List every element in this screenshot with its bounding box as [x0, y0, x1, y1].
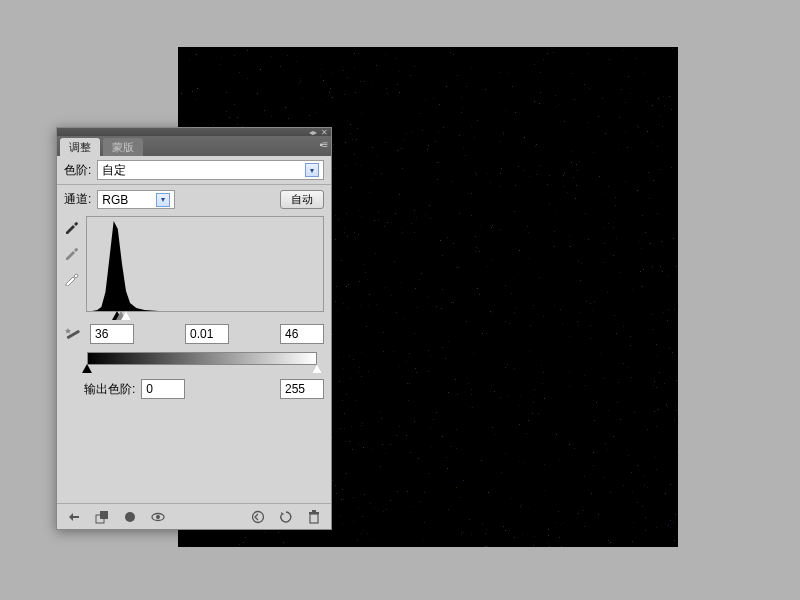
noise-pixel: [664, 383, 665, 384]
noise-pixel: [548, 535, 549, 536]
noise-pixel: [554, 246, 555, 247]
panel-titlebar[interactable]: ◂▸ ✕: [57, 128, 331, 136]
chevron-down-icon[interactable]: ▾: [156, 193, 170, 207]
noise-pixel: [384, 226, 385, 227]
output-slider-track[interactable]: [87, 365, 317, 375]
preset-dropdown[interactable]: 自定 ▾: [97, 160, 324, 180]
noise-pixel: [491, 313, 492, 314]
noise-pixel: [501, 168, 502, 169]
noise-pixel: [670, 484, 671, 485]
noise-pixel: [446, 86, 447, 87]
eye-icon[interactable]: [149, 508, 167, 526]
input-slider-track[interactable]: [87, 312, 301, 322]
noise-pixel: [404, 139, 405, 140]
noise-pixel: [511, 293, 512, 294]
input-white-field[interactable]: [280, 324, 324, 344]
noise-pixel: [579, 161, 580, 162]
output-black-slider[interactable]: [82, 364, 92, 373]
noise-pixel: [514, 211, 515, 212]
eyedropper-gray-icon[interactable]: [64, 244, 80, 260]
noise-pixel: [593, 465, 594, 466]
noise-pixel: [369, 192, 370, 193]
noise-pixel: [237, 124, 238, 125]
noise-pixel: [519, 424, 520, 425]
noise-pixel: [468, 383, 469, 384]
noise-pixel: [656, 387, 657, 388]
noise-pixel: [401, 148, 402, 149]
noise-pixel: [462, 107, 463, 108]
noise-pixel: [529, 176, 530, 177]
noise-pixel: [486, 333, 487, 334]
noise-pixel: [447, 468, 448, 469]
trash-icon[interactable]: [305, 508, 323, 526]
noise-pixel: [518, 273, 519, 274]
reset-icon[interactable]: [277, 508, 295, 526]
noise-pixel: [578, 261, 579, 262]
eyedropper-group: [64, 216, 80, 312]
noise-pixel: [505, 453, 506, 454]
noise-pixel: [604, 243, 605, 244]
noise-pixel: [564, 173, 565, 174]
noise-pixel: [445, 358, 446, 359]
noise-pixel: [588, 239, 589, 240]
noise-pixel: [414, 421, 415, 422]
input-gamma-field[interactable]: [185, 324, 229, 344]
output-black-field[interactable]: [141, 379, 185, 399]
clip-to-layer-icon[interactable]: [93, 508, 111, 526]
noise-pixel: [625, 132, 626, 133]
preset-value: 自定: [102, 162, 126, 179]
eyedropper-white-icon[interactable]: [64, 270, 80, 286]
panel-menu-icon[interactable]: ▪≡: [320, 139, 327, 150]
noise-pixel: [534, 64, 535, 65]
tab-adjustments[interactable]: 调整: [60, 138, 100, 156]
noise-pixel: [592, 310, 593, 311]
noise-pixel: [652, 142, 653, 143]
noise-pixel: [463, 480, 464, 481]
noise-pixel: [380, 466, 381, 467]
input-white-slider[interactable]: [121, 311, 131, 320]
output-white-slider[interactable]: [312, 364, 322, 373]
magic-wand-icon[interactable]: [64, 325, 84, 343]
histogram[interactable]: [86, 216, 324, 312]
noise-pixel: [603, 262, 604, 263]
input-black-field[interactable]: [90, 324, 134, 344]
noise-pixel: [213, 125, 214, 126]
noise-pixel: [367, 533, 368, 534]
noise-pixel: [442, 436, 443, 437]
noise-pixel: [337, 310, 338, 311]
noise-pixel: [674, 309, 675, 310]
noise-pixel: [596, 402, 597, 403]
noise-pixel: [430, 356, 431, 357]
auto-button[interactable]: 自动: [280, 190, 324, 209]
output-gradient[interactable]: [87, 352, 317, 365]
tab-masks[interactable]: 蒙版: [103, 138, 143, 156]
channel-dropdown[interactable]: RGB ▾: [97, 190, 175, 209]
noise-pixel: [569, 235, 570, 236]
visibility-icon[interactable]: [121, 508, 139, 526]
noise-pixel: [397, 150, 398, 151]
noise-pixel: [355, 92, 356, 93]
noise-pixel: [499, 141, 500, 142]
noise-pixel: [598, 116, 599, 117]
chevron-down-icon[interactable]: ▾: [305, 163, 319, 177]
noise-pixel: [379, 412, 380, 413]
output-white-field[interactable]: [280, 379, 324, 399]
noise-pixel: [589, 88, 590, 89]
noise-pixel: [376, 304, 377, 305]
noise-pixel: [346, 286, 347, 287]
eyedropper-black-icon[interactable]: [64, 218, 80, 234]
divider: [57, 184, 331, 185]
noise-pixel: [196, 99, 197, 100]
noise-pixel: [429, 205, 430, 206]
previous-state-icon[interactable]: [249, 508, 267, 526]
noise-pixel: [533, 402, 534, 403]
noise-pixel: [247, 78, 248, 79]
noise-pixel: [347, 236, 348, 237]
noise-pixel: [564, 186, 565, 187]
return-arrow-icon[interactable]: [65, 508, 83, 526]
noise-pixel: [514, 280, 515, 281]
noise-pixel: [538, 413, 539, 414]
noise-pixel: [677, 451, 678, 452]
noise-pixel: [280, 66, 281, 67]
noise-pixel: [554, 305, 555, 306]
